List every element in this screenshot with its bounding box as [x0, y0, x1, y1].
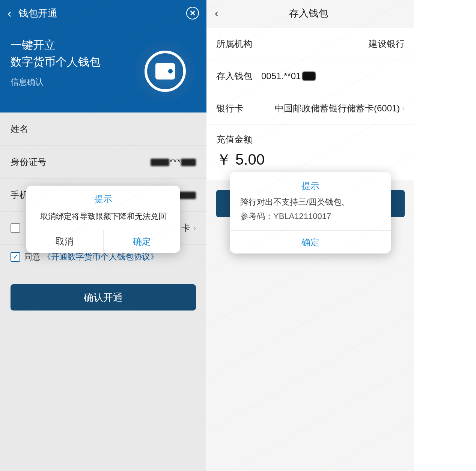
dialog-message: 跨行对出不支持三/四类钱包。: [230, 196, 391, 209]
row-org: 所属机构 建设银行: [207, 28, 414, 60]
name-label: 姓名: [11, 123, 56, 135]
row-id[interactable]: 身份证号 ***: [0, 146, 206, 178]
agree-text: 同意: [24, 251, 41, 262]
close-icon[interactable]: ✕: [186, 7, 199, 20]
row-bank-card[interactable]: 银行卡 中国邮政储蓄银行储蓄卡(6001) ›: [207, 92, 414, 124]
confirm-open-button[interactable]: 确认开通: [11, 284, 196, 310]
row-deposit-wallet[interactable]: 存入钱包 0051.**01: [207, 60, 414, 92]
card-label: 卡: [181, 222, 190, 234]
ok-button[interactable]: 确定: [230, 230, 391, 254]
dialog-prompt: 提示 跨行对出不支持三/四类钱包。 参考码：YBLA12110017 确定: [230, 172, 391, 254]
page-title: 钱包开通: [18, 7, 186, 20]
org-value: 建设银行: [261, 38, 405, 50]
dialog-title: 提示: [230, 172, 391, 196]
dialog-title: 提示: [26, 186, 180, 209]
back-icon[interactable]: ‹: [8, 6, 12, 20]
header: ‹ 钱包开通 ✕: [0, 0, 206, 26]
card-value: 中国邮政储蓄银行储蓄卡(6001): [261, 102, 400, 114]
chevron-right-icon: ›: [193, 224, 196, 232]
wallet-value: 0051.**01: [261, 71, 405, 81]
id-label: 身份证号: [11, 156, 56, 168]
ok-button[interactable]: 确定: [104, 230, 181, 253]
cancel-button[interactable]: 取消: [26, 230, 104, 253]
hero-banner: 一键开立 数字货币个人钱包 信息确认: [0, 26, 206, 112]
id-value: ***: [56, 157, 196, 167]
amount-label: 充值金额: [207, 124, 414, 149]
wallet-label: 存入钱包: [216, 70, 261, 82]
screen-wallet-open: ‹ 钱包开通 ✕ 一键开立 数字货币个人钱包 信息确认 姓名 身份证号 *** …: [0, 0, 206, 471]
chevron-right-icon: ›: [402, 104, 405, 112]
org-label: 所属机构: [216, 38, 261, 50]
header: ‹ 存入钱包: [207, 0, 414, 26]
card-label: 银行卡: [216, 102, 261, 114]
screen-deposit-wallet: ‹ 存入钱包 所属机构 建设银行 存入钱包 0051.**01 银行卡 中国邮政…: [207, 0, 414, 471]
dialog-message: 取消绑定将导致限额下降和无法兑回: [26, 209, 180, 230]
checkbox-icon[interactable]: ✓: [11, 252, 20, 262]
page-title: 存入钱包: [211, 7, 406, 20]
row-name[interactable]: 姓名: [0, 112, 206, 146]
dialog-prompt: 提示 取消绑定将导致限额下降和无法兑回 取消 确定: [26, 186, 180, 253]
agreement-link[interactable]: 《开通数字货币个人钱包协议》: [43, 251, 158, 262]
wallet-icon: [135, 41, 195, 101]
dialog-reference-code: 参考码：YBLA12110017: [230, 209, 391, 230]
